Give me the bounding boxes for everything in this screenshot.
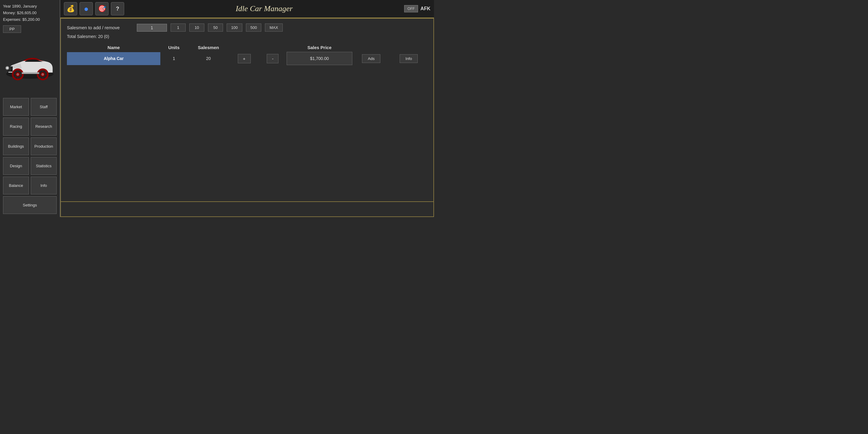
content: Salesmen to add / remove 1 10 50 100 500… (60, 18, 434, 217)
money: Money: $26,605.00 (3, 10, 57, 16)
nav-grid: Market Staff Racing Research Buildings P… (3, 98, 57, 214)
col-salesmen: Salesmen (187, 43, 230, 52)
qty-100-button[interactable]: 100 (227, 24, 242, 32)
total-salesmen: Total Salesmen: 20 (0) (67, 34, 427, 39)
target-icon[interactable]: 🎯 (95, 2, 108, 16)
bottom-bar (61, 201, 433, 216)
qty-10-button[interactable]: 10 (189, 24, 204, 32)
nav-research-button[interactable]: Research (31, 118, 57, 135)
car-salesmen: 20 (187, 52, 230, 65)
col-name: Name (67, 43, 160, 52)
nav-balance-button[interactable]: Balance (3, 177, 29, 194)
expenses: Expenses: $5,200.00 (3, 16, 57, 23)
car-name: Alpha Car (67, 52, 160, 65)
nav-racing-button[interactable]: Racing (3, 118, 29, 135)
car-illustration (3, 40, 57, 89)
svg-rect-23 (22, 72, 39, 74)
year-month: Year 1890, January (3, 3, 57, 10)
pp-button[interactable]: PP (3, 25, 21, 33)
afk-toggle-button[interactable]: OFF (404, 5, 418, 12)
afk-area: OFF AFK (404, 5, 430, 12)
afk-label: AFK (421, 6, 430, 11)
col-price: Sales Price (287, 43, 352, 52)
nav-info-button[interactable]: Info (31, 177, 57, 194)
col-minus (259, 43, 287, 52)
topbar: 💰 ● 🎯 ? Idle Car Manager OFF AFK (60, 0, 434, 18)
nav-statistics-button[interactable]: Statistics (31, 157, 57, 175)
add-salesman-button[interactable]: + (238, 54, 251, 63)
nav-buildings-button[interactable]: Buildings (3, 137, 29, 155)
remove-salesman-button[interactable]: - (267, 54, 278, 63)
col-info-hdr (390, 43, 427, 52)
qty-max-button[interactable]: MAX (265, 24, 282, 32)
salesmen-label: Salesmen to add / remove (67, 25, 133, 30)
table-row: Alpha Car 1 20 + - $1,700.00 Ads Info (67, 52, 427, 65)
salesmen-controls: Salesmen to add / remove 1 10 50 100 500… (67, 24, 427, 32)
sidebar-info: Year 1890, January Money: $26,605.00 Exp… (3, 3, 57, 23)
salesmen-qty-input[interactable] (137, 24, 167, 32)
ads-button[interactable]: Ads (362, 54, 380, 63)
help-icon[interactable]: ? (111, 2, 124, 16)
sales-table: Name Units Salesmen Sales Price Alpha Ca… (67, 43, 427, 65)
nav-production-button[interactable]: Production (31, 137, 57, 155)
sales-price: $1,700.00 (287, 52, 352, 65)
power-icon[interactable]: ● (80, 2, 93, 16)
game-title: Idle Car Manager (127, 4, 402, 13)
svg-point-22 (6, 67, 8, 69)
info-button[interactable]: Info (400, 54, 418, 63)
nav-settings-button[interactable]: Settings (3, 196, 57, 214)
qty-50-button[interactable]: 50 (208, 24, 223, 32)
qty-1-button[interactable]: 1 (170, 24, 186, 32)
col-plus (230, 43, 259, 52)
qty-500-button[interactable]: 500 (246, 24, 261, 32)
nav-staff-button[interactable]: Staff (31, 98, 57, 116)
sidebar: Year 1890, January Money: $26,605.00 Exp… (0, 0, 60, 217)
main: 💰 ● 🎯 ? Idle Car Manager OFF AFK Salesme… (60, 0, 434, 217)
nav-design-button[interactable]: Design (3, 157, 29, 175)
money-icon[interactable]: 💰 (64, 2, 77, 16)
nav-market-button[interactable]: Market (3, 98, 29, 116)
col-units: Units (160, 43, 187, 52)
col-ads (352, 43, 390, 52)
car-units: 1 (160, 52, 187, 65)
market-area: Salesmen to add / remove 1 10 50 100 500… (61, 19, 433, 201)
car-image-area (3, 36, 57, 93)
